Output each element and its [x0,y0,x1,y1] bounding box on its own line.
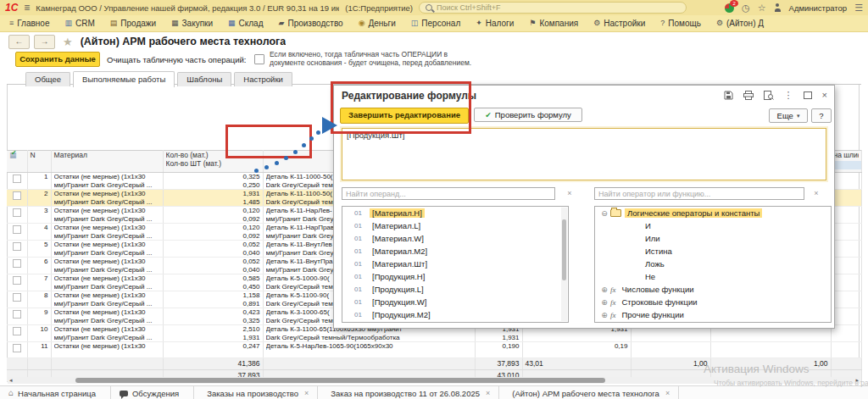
tree-expander-icon[interactable]: ⊕ [600,311,609,319]
scroll-left-icon[interactable]: ◂ [9,377,13,384]
operand-item[interactable]: 01 [Материал.M2] [342,245,568,258]
row-select-cell[interactable] [7,342,27,358]
operand-item[interactable]: 01 [Продукция.W] [342,296,568,308]
close-icon[interactable]: × [665,389,670,397]
help-button[interactable]: ? [811,108,832,123]
row-select-cell[interactable] [7,207,27,224]
header-select[interactable]: ▦✔ [7,151,27,173]
row-select-cell[interactable] [7,258,27,274]
header-n[interactable]: N [27,151,51,173]
forward-button[interactable]: → [34,35,55,49]
tree-expander-icon[interactable]: ⊕ [600,285,609,294]
operand-item[interactable]: 01 [Продукция.M2] [342,308,568,321]
tab[interactable]: Общее [25,72,70,86]
menu-item[interactable]: ⚙ (Айтон) Д [709,19,771,28]
scrollbar-thumb[interactable] [562,219,566,280]
operand-item[interactable]: 01 [Материал.W] [342,232,568,245]
operator-tree-item[interactable]: fx И [595,219,831,232]
row-select-cell[interactable] [7,173,27,190]
row-checkbox[interactable] [13,191,21,200]
status-tab[interactable]: Заказ на производство 11 от 26.08.2025 × [318,386,499,399]
operator-tree-item[interactable]: fx Не [595,270,831,283]
menu-item[interactable]: ▦ Склад [220,19,270,28]
row-checkbox[interactable] [13,175,21,183]
menu-item[interactable]: ▰ Производство [271,19,351,28]
user-icon[interactable] [774,3,782,12]
operand-item[interactable]: 01 [Материал.H] [342,207,568,219]
clear-operand-search-icon[interactable]: × [565,187,575,200]
operator-tree-item[interactable]: fx Или [595,232,831,245]
header-material[interactable]: Материал [51,151,163,173]
operand-scrollbar[interactable] [561,208,567,321]
menu-item[interactable]: ▤ Продажи [103,19,164,28]
user-name[interactable]: Администратор [789,3,848,13]
back-button[interactable]: ← [8,35,30,49]
scrollbar-thumb[interactable] [75,378,605,383]
row-select-cell[interactable] [7,325,27,342]
save-icon[interactable] [724,91,733,100]
operator-tree-item[interactable]: fx Истина [595,245,831,258]
close-icon[interactable]: × [486,389,490,397]
operand-item[interactable]: 01 [Продукция.H] [342,270,568,283]
close-icon[interactable]: × [822,91,827,100]
table-row[interactable]: 11 Остатки (не мерные) (1х1х30 0,247 Дет… [7,342,861,358]
row-checkbox[interactable] [13,276,21,285]
row-checkbox[interactable] [13,344,21,352]
status-tab[interactable]: (Айтон) АРМ рабочего места технолога × [499,386,679,399]
close-icon[interactable]: × [304,389,309,397]
save-data-button[interactable]: Сохранить данные [15,52,100,67]
tab[interactable]: Шаблоны [177,72,231,86]
row-select-cell[interactable] [7,308,27,325]
global-search-input[interactable]: Поиск Ctrl+Shift+F [419,2,687,14]
row-checkbox[interactable] [13,293,21,302]
tab[interactable]: Настройки [234,72,292,86]
row-checkbox[interactable] [13,208,21,217]
toolbar-menu-icon[interactable]: ☰ [854,3,863,13]
menu-item[interactable]: ⚑ Компания [521,19,586,28]
clear-operator-search-icon[interactable]: × [811,187,821,200]
tree-expander-icon[interactable]: ⊖ [600,209,609,218]
tab[interactable]: Выполняемые работы [73,71,175,87]
favorites-star-icon[interactable]: ☆ [758,3,766,13]
header-grinding[interactable]: на шлифо [831,151,861,173]
menu-item[interactable]: ⚙ Настройки [586,19,653,28]
operator-tree-item[interactable]: ⊕ fx Числовые функции [595,283,831,296]
hamburger-icon[interactable]: ≡ [24,3,30,13]
menu-item[interactable]: ✦ Налоги [468,19,521,28]
formula-editor-area[interactable]: [Продукция.Шт] [342,128,826,180]
status-tab[interactable]: Заказы на производство × [194,386,318,399]
more-button[interactable]: Еще ▾ [769,108,808,123]
row-select-cell[interactable] [7,224,27,241]
operator-search-input[interactable] [594,187,804,200]
operand-item[interactable]: 01 [Материал.L] [342,219,568,232]
row-checkbox[interactable] [13,259,21,268]
row-select-cell[interactable] [7,241,27,258]
menu-item[interactable]: ◉ Деньги [351,19,403,28]
menu-item[interactable]: ▥ CRM [57,19,102,28]
history-icon[interactable]: ◷ [742,3,750,13]
operand-item[interactable]: 01 [Материал.Шт] [342,258,568,270]
operator-tree-item[interactable]: ⊕ fx Строковые функции [595,296,831,308]
print-icon[interactable] [743,91,754,100]
status-tab[interactable]: Обсуждения [111,386,194,399]
menu-item[interactable]: ? Помощь [653,19,709,28]
menu-item[interactable]: ≡ Главное [2,19,57,28]
maximize-icon[interactable] [804,91,812,99]
operator-tree-item[interactable]: ⊖ fx Логические операторы и константы [595,207,831,219]
favorite-star-icon[interactable]: ★ [63,36,73,48]
more-dots-icon[interactable]: ⋮ [784,91,793,100]
row-select-cell[interactable] [7,190,27,207]
notifications-icon[interactable]: 2 [725,3,734,13]
operand-search-input[interactable] [342,187,555,200]
row-checkbox[interactable] [13,242,21,251]
tree-expander-icon[interactable]: ⊕ [600,298,609,307]
row-select-cell[interactable] [7,274,27,291]
operator-tree-item[interactable]: ⊕ fx Прочие функции [595,308,831,321]
check-formula-button[interactable]: ✔ Проверить формулу [474,108,582,122]
menu-item[interactable]: ▦ Закупки [164,19,220,28]
preview-icon[interactable] [764,91,774,100]
clear-operations-checkbox[interactable] [254,54,264,64]
row-checkbox[interactable] [13,225,21,234]
menu-item[interactable]: ◫ Персонал [403,19,468,28]
status-tab[interactable]: ⌂ Начальная страница [0,386,111,399]
